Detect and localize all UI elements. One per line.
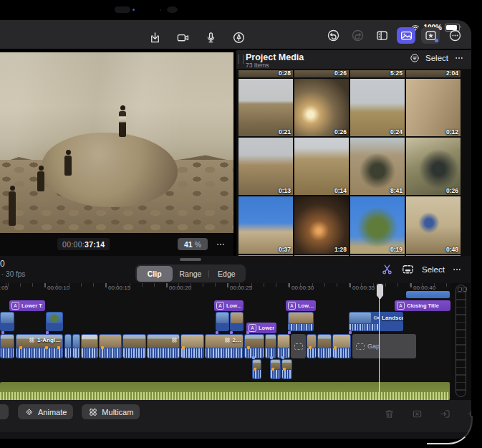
media-select-button[interactable]: Select <box>425 54 448 62</box>
media-thumbnail[interactable]: 0:13 <box>238 138 293 195</box>
zoom-level-control[interactable]: 41 % <box>178 238 208 250</box>
media-thumbnail[interactable]: 0:26 <box>294 70 349 77</box>
connection-dot <box>349 331 352 334</box>
title-a-badge: A <box>11 302 19 310</box>
media-thumbnail[interactable]: 8:41 <box>350 138 405 195</box>
title-a-badge: A <box>397 302 405 310</box>
redo-icon <box>351 29 365 42</box>
timeline-tracks[interactable]: 00:00:0500:00:1000:00:1500:00:2000:00:25… <box>0 283 471 400</box>
connected-clip[interactable]: Landscap… <box>349 312 403 331</box>
media-browser-panel: Project Media 73 Items Select 0:280:265:… <box>236 50 471 256</box>
animate-button[interactable]: Animate <box>18 404 73 419</box>
connected-clip[interactable] <box>46 312 63 331</box>
ruler-tick-label: 00:00:05 <box>0 285 8 291</box>
connected-clip[interactable] <box>0 312 14 331</box>
media-thumbnail[interactable]: 0:24 <box>350 79 405 136</box>
timeline-action-buttons: AnimateMulticam <box>18 404 140 419</box>
trash-button[interactable] <box>380 406 398 422</box>
video-clip[interactable] <box>0 334 14 358</box>
effects-button[interactable] <box>421 27 440 44</box>
timecode-display[interactable]: 00:00:37:14 <box>57 238 110 250</box>
mode-tab-edge[interactable]: Edge <box>208 266 244 282</box>
title-clip[interactable]: ALow… <box>286 300 316 311</box>
media-more-icon[interactable] <box>454 53 464 63</box>
media-thumbnail[interactable]: 0:37 <box>238 196 293 254</box>
media-thumbnail[interactable]: 0:21 <box>238 79 293 136</box>
media-thumbnail[interactable]: 0:48 <box>406 196 461 254</box>
media-thumbnail[interactable]: 0:19 <box>350 196 405 254</box>
video-clip[interactable] <box>64 334 72 358</box>
panel-drag-handle[interactable] <box>238 54 244 64</box>
mode-tab-clip[interactable]: Clip <box>137 266 173 282</box>
media-thumbnail[interactable]: 0:26 <box>294 79 349 136</box>
media-thumbnail[interactable]: 1:28 <box>294 196 349 254</box>
camera-icon <box>176 31 190 44</box>
overwrite-button[interactable] <box>463 406 471 422</box>
redo-button[interactable] <box>348 27 367 44</box>
duration-badge: 0:48 <box>446 246 458 253</box>
video-clip[interactable]: 1-Angl… <box>16 334 63 358</box>
connection-dot <box>230 331 233 334</box>
gap-clip[interactable]: Gap <box>352 334 416 358</box>
video-clip[interactable] <box>317 334 332 358</box>
clip-label: Landscap… <box>373 315 403 321</box>
viewer-more-icon[interactable] <box>216 239 226 249</box>
multicam-button[interactable]: Multicam <box>82 404 140 419</box>
playhead-handle[interactable] <box>376 283 384 300</box>
duration-badge: 0:26 <box>334 128 347 135</box>
camera-button[interactable] <box>173 29 192 46</box>
video-clip[interactable] <box>277 334 290 358</box>
clip-marker <box>334 346 337 349</box>
clip-waveform <box>318 348 331 358</box>
insert-button[interactable] <box>435 406 454 422</box>
timeline-more-icon[interactable] <box>452 264 462 275</box>
blade-tool-icon[interactable] <box>380 262 394 276</box>
video-clip[interactable] <box>147 334 180 358</box>
video-clip[interactable] <box>265 334 276 358</box>
video-clip[interactable] <box>72 334 80 358</box>
track-height-scrollbar[interactable] <box>456 285 466 397</box>
main-content: 00:00:37:14 41 % Project Media 73 Items <box>0 50 471 256</box>
media-thumbnail[interactable]: 0:28 <box>238 70 293 77</box>
media-thumbnail[interactable]: 5:25 <box>350 70 405 77</box>
animate-label: Animate <box>38 408 67 416</box>
timeline-select-button[interactable]: Select <box>422 265 445 274</box>
title-clip[interactable]: ALow… <box>214 300 244 311</box>
connected-clip[interactable] <box>230 312 244 331</box>
audio-track-clip[interactable] <box>0 382 450 400</box>
media-thumbnail[interactable]: 2:04 <box>406 70 461 77</box>
clip-waveform <box>148 348 179 358</box>
connected-clip[interactable] <box>288 312 314 331</box>
split-clip-button[interactable] <box>408 406 426 422</box>
media-thumbnail[interactable]: 0:12 <box>406 79 461 136</box>
title-clip[interactable]: ALower T… <box>9 300 45 311</box>
connected-clip[interactable] <box>216 312 229 331</box>
clip-thumbnail <box>216 313 228 323</box>
viewer-canvas[interactable] <box>0 52 233 233</box>
video-clip[interactable] <box>122 334 146 358</box>
media-thumbnail[interactable]: 0:26 <box>406 138 461 195</box>
microphone-button[interactable] <box>201 29 220 46</box>
mode-tab-range[interactable]: Range <box>173 266 208 282</box>
connected-storyline-clip[interactable] <box>406 291 450 298</box>
title-clip-label: Closing Title <box>407 302 439 309</box>
title-clip[interactable]: ALower… <box>246 323 276 333</box>
media-browser-button[interactable] <box>397 27 415 44</box>
filter-icon[interactable] <box>410 53 420 63</box>
more-button[interactable] <box>445 27 464 44</box>
timeline-drag-handle[interactable] <box>180 258 201 261</box>
clip-waveform <box>1 348 14 358</box>
video-clip[interactable]: 2… <box>205 334 244 358</box>
video-clip[interactable] <box>81 334 98 358</box>
media-thumbnail[interactable]: 0:14 <box>294 138 349 195</box>
connection-dot <box>46 331 49 334</box>
timeline-overview-icon[interactable] <box>401 262 415 276</box>
pencil-button[interactable] <box>229 29 248 46</box>
inspector-button[interactable] <box>372 27 391 44</box>
import-button[interactable] <box>145 29 164 46</box>
cutoff-button[interactable] <box>0 404 9 419</box>
clip-waveform <box>16 348 62 358</box>
undo-button[interactable] <box>324 27 342 44</box>
gap-clip[interactable]: G <box>291 334 306 358</box>
title-clip[interactable]: AClosing Title <box>395 300 450 311</box>
